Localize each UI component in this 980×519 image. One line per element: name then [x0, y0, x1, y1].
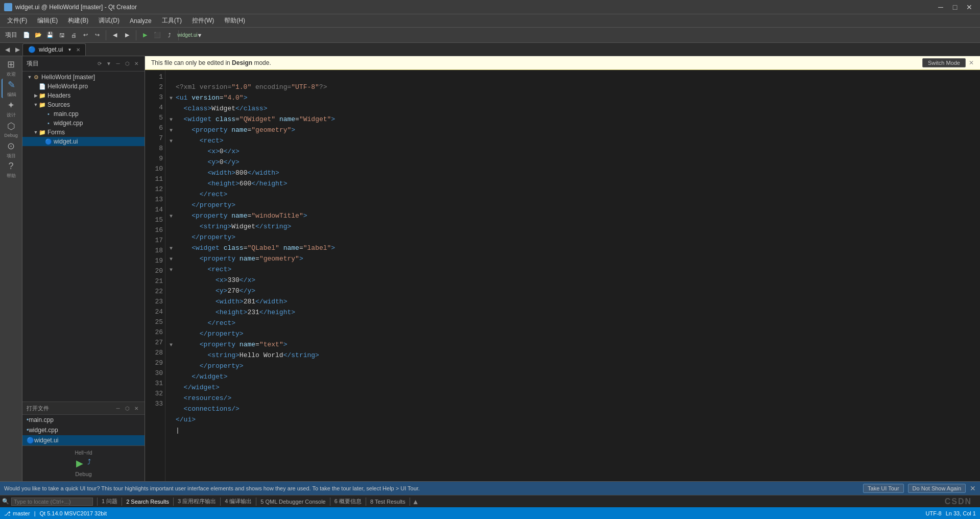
tree-helloworldpro[interactable]: 📄 HelloWorld.pro [22, 82, 145, 91]
menu-file[interactable]: 文件(F) [2, 15, 32, 27]
fold-24[interactable] [170, 329, 175, 340]
fold-17[interactable]: ▼ [170, 254, 175, 265]
toolbar-new[interactable]: 📄 [21, 30, 32, 41]
fold-13[interactable]: ▼ [170, 211, 175, 222]
bottom-tab-search-results[interactable]: 2 Search Results [122, 498, 173, 506]
fold-5[interactable]: ▼ [170, 126, 175, 136]
fold-6[interactable]: ▼ [170, 136, 175, 147]
menu-edit[interactable]: 编辑(E) [32, 15, 63, 27]
menu-build[interactable]: 构建(B) [63, 15, 93, 27]
tab-widget-ui[interactable]: 🔵 widget.ui ▼ ✕ [22, 43, 86, 56]
tree-maincpp[interactable]: • main.cpp [22, 109, 145, 119]
tree-arrow-sources[interactable]: ▼ [33, 102, 39, 108]
fold-22[interactable] [170, 308, 175, 318]
fold-11[interactable] [170, 190, 175, 200]
bottom-tab-compile-output[interactable]: 4 编译输出 [221, 497, 256, 506]
fold-28[interactable] [170, 372, 175, 383]
close-button[interactable]: ✕ [963, 1, 976, 14]
fold-27[interactable] [170, 362, 175, 372]
toolbar-open[interactable]: 📂 [33, 30, 44, 41]
bottom-up-icon[interactable]: ▲ [412, 498, 419, 506]
bottom-tab-test-results[interactable]: 8 Test Results [366, 498, 410, 506]
do-not-show-again-button[interactable]: Do Not Show Again [908, 484, 966, 493]
sidebar-debug[interactable]: ⬡ Debug [2, 120, 21, 139]
bottom-tab-app-output[interactable]: 3 应用程序输出 [174, 497, 220, 506]
project-filter-btn[interactable]: ▼ [105, 60, 113, 68]
toolbar-build[interactable]: ▶ [139, 30, 151, 41]
project-minimize-btn[interactable]: ─ [114, 60, 122, 68]
toolbar-save-all[interactable]: 🖫 [56, 30, 67, 41]
bottom-tab-problems[interactable]: 1 问题 [98, 497, 122, 506]
fold-7[interactable] [170, 147, 175, 157]
tab-close-widget-ui[interactable]: ✕ [76, 47, 80, 53]
tree-sources[interactable]: ▼ 📁 Sources [22, 100, 145, 109]
project-float-btn[interactable]: ⬡ [123, 60, 131, 68]
fold-31[interactable] [170, 405, 175, 415]
sidebar-design[interactable]: ✦ 设计 [2, 99, 21, 119]
bottom-tab-qml-console[interactable]: 5 QML Debugger Console [256, 498, 329, 506]
toolbar-redo[interactable]: ↪ [91, 30, 103, 41]
tree-arrow-headers[interactable]: ▶ [33, 92, 39, 99]
toolbar-print[interactable]: 🖨 [68, 30, 79, 41]
fold-9[interactable] [170, 169, 175, 179]
fold-3[interactable] [170, 104, 175, 114]
fold-8[interactable] [170, 158, 175, 168]
tree-helloworld-root[interactable]: ▼ ⚙ HelloWorld [master] [22, 73, 145, 82]
switch-mode-button[interactable]: Switch Mode [922, 58, 966, 67]
fold-2[interactable]: ▼ [170, 93, 175, 104]
fold-18[interactable]: ▼ [170, 265, 175, 275]
take-ui-tour-button[interactable]: Take UI Tour [863, 484, 904, 493]
fold-14[interactable] [170, 222, 175, 232]
menu-controls[interactable]: 控件(W) [187, 15, 219, 27]
fold-19[interactable] [170, 276, 175, 286]
tab-nav-prev[interactable]: ◀ [2, 44, 12, 55]
step-button[interactable]: ⤴ [87, 458, 91, 469]
fold-23[interactable] [170, 319, 175, 329]
open-files-minimize-btn[interactable]: ─ [114, 404, 122, 412]
locate-input[interactable] [11, 498, 93, 506]
open-file-maincpp[interactable]: • main.cpp [22, 415, 145, 425]
toolbar-dropdown[interactable]: ▼ [194, 30, 205, 41]
tab-nav-next[interactable]: ▶ [12, 44, 22, 55]
tree-forms[interactable]: ▼ 📁 Forms [22, 128, 145, 137]
menu-tools[interactable]: 工具(T) [157, 15, 187, 27]
sidebar-project[interactable]: ⊙ 项目 [2, 140, 21, 159]
nav-back[interactable]: ◀ [109, 30, 121, 41]
toolbar-step[interactable]: ⤴ [164, 30, 175, 41]
open-files-close-btn[interactable]: ✕ [132, 404, 140, 412]
fold-32[interactable] [170, 415, 175, 426]
fold-20[interactable] [170, 287, 175, 297]
project-sync-btn[interactable]: ⟳ [95, 60, 104, 68]
fold-30[interactable] [170, 394, 175, 404]
tree-widgetui[interactable]: 🔵 widget.ui [22, 137, 145, 146]
notification-close-button[interactable]: ✕ [970, 484, 976, 492]
fold-33[interactable] [170, 426, 175, 436]
fold-12[interactable] [170, 201, 175, 211]
fold-21[interactable] [170, 297, 175, 308]
open-files-float-btn[interactable]: ⬡ [123, 404, 131, 412]
bottom-tab-summary[interactable]: 6 概要信息 [330, 497, 366, 506]
fold-4[interactable]: ▼ [170, 115, 175, 125]
tree-arrow-helloworld[interactable]: ▼ [27, 74, 33, 80]
tree-widgetcpp[interactable]: • widget.cpp [22, 119, 145, 128]
sidebar-help[interactable]: ? 帮助 [2, 160, 21, 180]
tree-headers[interactable]: ▶ 📁 Headers [22, 91, 145, 100]
code-content[interactable]: <?xml version="1.0" encoding="UTF-8"?> ▼… [165, 70, 980, 481]
open-file-widgetui[interactable]: 🔵 widget.ui [22, 435, 145, 445]
tab-dropdown[interactable]: ▼ [66, 46, 73, 53]
fold-26[interactable] [170, 351, 175, 361]
fold-25[interactable]: ▼ [170, 340, 175, 350]
sidebar-welcome[interactable]: ⊞ 欢迎 [2, 58, 21, 78]
fold-29[interactable] [170, 383, 175, 393]
menu-help[interactable]: 帮助(H) [219, 15, 250, 27]
toolbar-undo[interactable]: ↩ [80, 30, 91, 41]
design-mode-close[interactable]: ✕ [969, 59, 974, 66]
run-button[interactable]: ▶ [76, 458, 83, 469]
project-close-btn[interactable]: ✕ [132, 60, 140, 68]
fold-10[interactable] [170, 179, 175, 190]
minimize-button[interactable]: ─ [934, 1, 947, 14]
menu-analyze[interactable]: Analyze [125, 16, 157, 26]
toolbar-debug-run[interactable]: ⬛ [152, 30, 163, 41]
fold-15[interactable] [170, 233, 175, 243]
sidebar-edit[interactable]: ✎ 编辑 [2, 79, 21, 98]
